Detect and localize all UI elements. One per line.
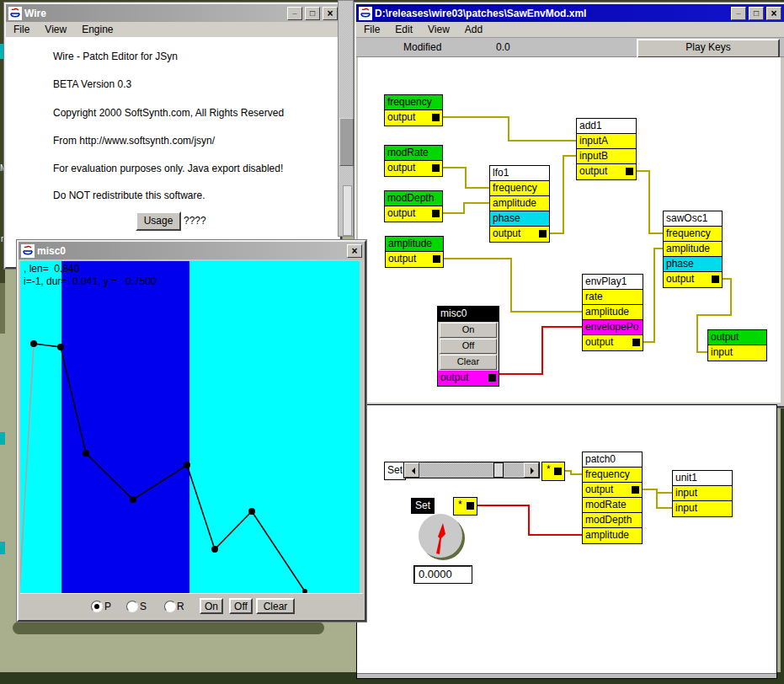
wire-window-scrollbar[interactable] — [338, 0, 354, 237]
maximize-button[interactable] — [749, 7, 764, 20]
amplitude-knob[interactable] — [418, 512, 467, 561]
radio-r[interactable] — [164, 601, 176, 612]
port-connector[interactable] — [554, 468, 562, 475]
port-connector[interactable] — [632, 486, 639, 494]
slider-left-arrow-icon[interactable] — [404, 462, 419, 478]
slider-thumb[interactable] — [493, 462, 504, 478]
port-moddepth[interactable]: modDepth — [583, 513, 642, 528]
node-header[interactable]: add1 — [577, 119, 636, 134]
node-header[interactable]: sawOsc1 — [664, 211, 722, 227]
port-output[interactable]: output — [583, 335, 643, 350]
menu-item-add[interactable]: Add — [457, 23, 490, 36]
node-header[interactable]: amplitude — [386, 237, 443, 252]
port-connector[interactable] — [712, 275, 719, 283]
slider-right-arrow-icon[interactable] — [524, 462, 539, 478]
port-phase[interactable]: phase — [490, 211, 549, 227]
off-button[interactable]: Off — [229, 598, 253, 614]
port-phase[interactable]: phase — [664, 257, 722, 272]
node-amplitude[interactable]: amplitude output — [385, 236, 444, 268]
port-amplitude[interactable]: amplitude — [664, 242, 722, 257]
node-frequency[interactable]: frequency output — [384, 94, 443, 126]
node-header[interactable]: envPlay1 — [583, 275, 643, 290]
port-connector[interactable] — [432, 114, 440, 121]
usage-button[interactable]: Usage — [136, 211, 181, 231]
node-lfo1[interactable]: lfo1 frequency amplitude phase output — [489, 165, 550, 243]
node-moddepth[interactable]: modDepth output — [384, 190, 443, 222]
maximize-button[interactable] — [305, 7, 320, 20]
port-frequency[interactable]: frequency — [664, 227, 722, 242]
menu-item-engine[interactable]: Engine — [74, 23, 120, 36]
node-header[interactable]: frequency — [385, 95, 442, 110]
misc0-clear-button[interactable]: Clear — [440, 355, 497, 370]
port-envelopeport[interactable]: envelopePo — [583, 320, 643, 335]
scrollbar-thumb[interactable] — [339, 118, 354, 166]
close-button[interactable] — [323, 7, 338, 20]
port-output[interactable]: output — [708, 330, 766, 345]
menu-item-file[interactable]: File — [356, 23, 387, 36]
port-rate[interactable]: rate — [583, 290, 643, 305]
port-input[interactable]: input — [673, 501, 732, 516]
port-output[interactable]: output — [438, 371, 499, 386]
port-inputb[interactable]: inputB — [577, 149, 636, 164]
port-amplitude[interactable]: amplitude — [583, 528, 642, 543]
port-output[interactable]: output — [385, 161, 442, 176]
port-inputa[interactable]: inputA — [577, 134, 636, 149]
node-unit1[interactable]: unit1 input input — [672, 470, 733, 517]
menu-item-view[interactable]: View — [37, 23, 74, 36]
port-output[interactable]: output — [385, 110, 442, 126]
close-button[interactable] — [347, 244, 362, 258]
node-sawosc1[interactable]: sawOsc1 frequency amplitude phase output — [663, 211, 723, 288]
frequency-star-box[interactable]: * — [541, 462, 565, 481]
node-add1[interactable]: add1 inputA inputB output — [576, 118, 637, 180]
node-header[interactable]: lfo1 — [490, 166, 549, 181]
node-header[interactable]: patch0 — [583, 452, 642, 468]
node-envplay1[interactable]: envPlay1 rate amplitude envelopePo outpu… — [582, 274, 643, 351]
frequency-slider[interactable] — [403, 462, 540, 478]
port-output[interactable]: output — [385, 206, 442, 222]
port-connector[interactable] — [432, 210, 440, 217]
misc0-off-button[interactable]: Off — [440, 339, 497, 354]
port-connector[interactable] — [626, 168, 633, 175]
menu-item-edit[interactable]: Edit — [387, 23, 420, 36]
knob-value-field[interactable]: 0.0000 — [414, 566, 472, 583]
port-connector[interactable] — [467, 502, 474, 510]
play-keys-button[interactable]: Play Keys — [637, 39, 780, 58]
node-misc0[interactable]: misc0 On Off Clear output — [437, 306, 499, 387]
port-output[interactable]: output — [664, 272, 722, 287]
node-header[interactable]: modDepth — [385, 191, 442, 206]
port-connector[interactable] — [488, 374, 496, 382]
envelope-window-titlebar[interactable]: misc0 — [19, 242, 365, 259]
port-output[interactable]: output — [386, 252, 443, 267]
patch-window-titlebar[interactable]: D:\releases\wire03\patches\SawEnvMod.xml — [356, 4, 784, 22]
port-modrate[interactable]: modRate — [583, 498, 642, 513]
port-output[interactable]: output — [490, 227, 549, 242]
minimize-button[interactable] — [287, 7, 302, 20]
port-frequency[interactable]: frequency — [583, 468, 642, 483]
minimize-button[interactable] — [731, 7, 746, 20]
port-connector[interactable] — [432, 164, 440, 172]
node-header[interactable]: modRate — [385, 146, 442, 161]
port-connector[interactable] — [433, 255, 440, 263]
port-connector[interactable] — [632, 339, 640, 346]
radio-p[interactable] — [91, 601, 103, 612]
port-input[interactable]: input — [673, 486, 732, 501]
misc0-on-button[interactable]: On — [440, 323, 497, 338]
port-output[interactable]: output — [577, 164, 636, 179]
port-connector[interactable] — [539, 230, 547, 238]
clear-button[interactable]: Clear — [256, 598, 295, 614]
scrollbar-inner-track[interactable] — [343, 185, 352, 236]
port-amplitude[interactable]: amplitude — [583, 305, 643, 320]
port-frequency[interactable]: frequency — [490, 181, 549, 196]
node-modrate[interactable]: modRate output — [384, 145, 443, 177]
port-output[interactable]: output — [583, 483, 642, 498]
slider-track[interactable] — [419, 462, 524, 478]
node-header[interactable]: misc0 — [438, 307, 499, 322]
on-button[interactable]: On — [200, 598, 223, 614]
menu-item-view[interactable]: View — [420, 23, 457, 36]
wire-window-titlebar[interactable]: Wire — [6, 4, 340, 22]
port-amplitude[interactable]: amplitude — [490, 196, 549, 211]
radio-s[interactable] — [126, 601, 138, 612]
envelope-canvas[interactable]: , len= 0.840 i=-1, dur= 0.041, y = 0.750… — [20, 261, 360, 594]
close-button[interactable] — [766, 7, 781, 20]
node-header[interactable]: unit1 — [673, 471, 732, 486]
